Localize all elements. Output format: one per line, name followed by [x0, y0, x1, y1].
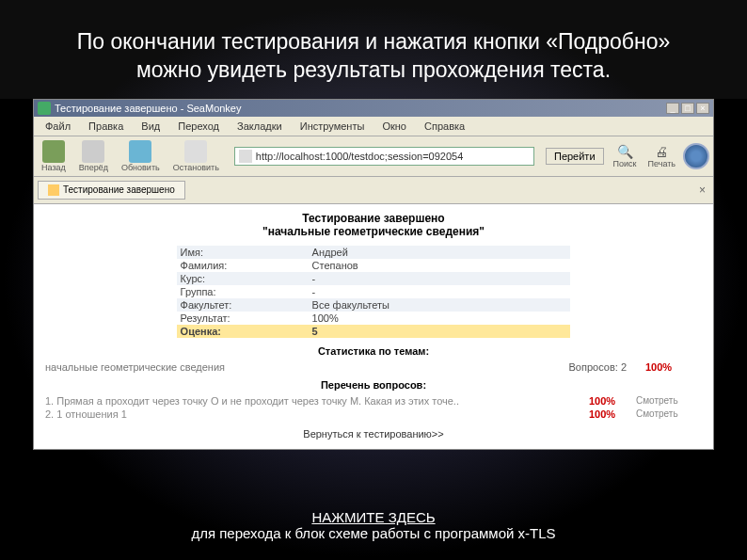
stats-header: Статистика по темам:: [45, 345, 702, 357]
stats-row: начальные геометрические сведения Вопрос…: [45, 360, 702, 374]
menubar: Файл Правка Вид Переход Закладки Инструм…: [34, 117, 713, 136]
page-icon: [239, 150, 252, 163]
seamonkey-logo: [683, 143, 709, 169]
slide-title: По окончании тестирования и нажатия кноп…: [0, 0, 747, 99]
menu-tools[interactable]: Инструменты: [293, 119, 373, 134]
close-button[interactable]: ×: [696, 103, 709, 114]
minimize-button[interactable]: _: [666, 103, 679, 114]
forward-button[interactable]: Вперёд: [75, 140, 112, 172]
footer-text: для перехода к блок схеме работы с прогр…: [191, 525, 555, 541]
stop-button[interactable]: Остановить: [169, 140, 223, 172]
search-button[interactable]: 🔍 Поиск: [610, 144, 641, 168]
footer-link[interactable]: НАЖМИТЕ ЗДЕСЬ: [311, 509, 435, 525]
slide-footer: НАЖМИТЕ ЗДЕСЬ для перехода к блок схеме …: [0, 509, 747, 541]
info-row-surname: Фамилия:Степанов: [177, 259, 571, 272]
test-header: Тестирование завершено "начальные геомет…: [45, 212, 702, 238]
return-link[interactable]: Вернуться к тестированию>>: [45, 428, 702, 440]
forward-icon: [82, 140, 104, 163]
menu-bookmarks[interactable]: Закладки: [230, 119, 290, 134]
titlebar: Тестирование завершено - SeaMonkey _ □ ×: [34, 100, 713, 117]
browser-window: Тестирование завершено - SeaMonkey _ □ ×…: [33, 99, 714, 450]
menu-file[interactable]: Файл: [38, 119, 78, 134]
window-title: Тестирование завершено - SeaMonkey: [55, 103, 241, 114]
search-icon: 🔍: [617, 144, 633, 159]
tabbar: Тестирование завершено ×: [34, 177, 713, 204]
url-input[interactable]: http://localhost:1000/testdoc;session=09…: [234, 147, 534, 166]
print-button[interactable]: 🖨 Печать: [644, 144, 679, 168]
menu-window[interactable]: Окно: [374, 119, 414, 134]
go-button[interactable]: Перейти: [546, 148, 604, 165]
info-table: Имя:Андрей Фамилия:Степанов Курс:- Групп…: [177, 246, 571, 338]
maximize-button[interactable]: □: [681, 103, 694, 114]
info-row-course: Курс:-: [177, 272, 571, 285]
menu-help[interactable]: Справка: [417, 119, 472, 134]
info-row-result: Результат:100%: [177, 312, 571, 325]
page-content: Тестирование завершено "начальные геомет…: [34, 204, 713, 449]
toolbar: Назад Вперёд Обновить Остановить http://…: [34, 136, 713, 177]
menu-view[interactable]: Вид: [134, 119, 167, 134]
back-icon: [42, 140, 65, 163]
tab-icon: [48, 184, 59, 196]
reload-button[interactable]: Обновить: [118, 140, 164, 172]
stop-icon: [184, 140, 207, 163]
print-icon: 🖨: [655, 144, 668, 159]
menu-edit[interactable]: Правка: [81, 119, 131, 134]
question-row-1: 1. Прямая а проходит через точку О и не …: [45, 394, 702, 408]
tab-label: Тестирование завершено: [63, 184, 175, 195]
info-row-faculty: Факультет:Все факультеты: [177, 298, 571, 312]
info-row-grade: Оценка:5: [177, 325, 571, 338]
question-row-2: 2. 1 отношения 1 100% Смотреть: [45, 408, 702, 421]
info-row-name: Имя:Андрей: [177, 246, 571, 259]
view-link-1[interactable]: Смотреть: [636, 395, 702, 407]
app-icon: [38, 102, 51, 115]
view-link-2[interactable]: Смотреть: [636, 408, 702, 420]
tab-active[interactable]: Тестирование завершено: [38, 181, 185, 200]
questions-header: Перечень вопросов:: [45, 379, 702, 391]
info-row-group: Группа:-: [177, 285, 571, 298]
tab-close-button[interactable]: ×: [695, 184, 709, 197]
back-button[interactable]: Назад: [38, 140, 70, 172]
reload-icon: [129, 140, 151, 163]
menu-go[interactable]: Переход: [170, 119, 227, 134]
